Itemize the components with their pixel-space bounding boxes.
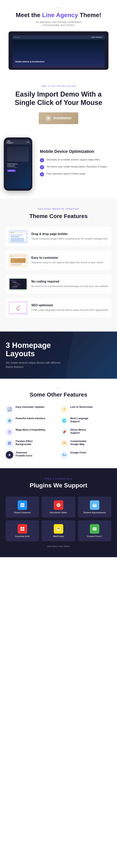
mc-label: MailChimp [53, 535, 64, 537]
other-features-divider [56, 388, 61, 389]
svg-point-15 [57, 528, 60, 529]
plugins-title: Plugins We Support [6, 482, 111, 489]
install-icon: ⚙ [45, 115, 51, 121]
other-feature-googlefonts: Aa Google Fonts [61, 451, 111, 459]
svg-rect-19 [93, 528, 96, 528]
phone-illustration: LINEAGENCY Studio Interior & Architectur… [4, 137, 36, 191]
plugin-appointments: Student Appointments [78, 497, 111, 518]
feature-img-seo: 📈 SEO [8, 301, 28, 314]
feature-customize-desc: Awesome easy-to-use options will adjust … [31, 260, 103, 265]
mobile-title: Mobile Device Optimization [40, 149, 113, 154]
googlefonts-label: Google Fonts [70, 451, 86, 454]
other-features-grid: 🔄 Easy Automatic Updates ⚡ Lots of Short… [6, 405, 111, 459]
vc-icon [18, 500, 27, 510]
auto-updates-icon: 🔄 [6, 405, 13, 413]
plugins-badge: Free & Compatible [6, 478, 111, 480]
plugins-more: and many more others [6, 545, 111, 548]
svg-rect-9 [94, 505, 95, 506]
svg-point-6 [93, 503, 94, 504]
other-feature-multilang: 🌐 Multi LanguageSupport [61, 417, 111, 425]
hero-section: Meet the Line Agency Theme! An awesome u… [0, 0, 117, 75]
svg-point-17 [59, 528, 59, 528]
feature-img-customize [8, 254, 28, 267]
other-feature-admin: ⚙️ Powerful Admin Interface [6, 417, 56, 425]
feature-img-drag [8, 230, 28, 243]
eg-icon [18, 524, 27, 534]
mobile-section: LINEAGENCY Studio Interior & Architectur… [0, 130, 117, 198]
one-click-section: One Click Installation Easily Import Dem… [0, 75, 117, 130]
feature-card-seo: 📈 SEO SEO optimized HTML code integrated… [6, 298, 111, 317]
one-click-badge: One Click Installation [6, 85, 111, 87]
mobile-feature-2: 2 The theme uses mobile friendly sliders… [40, 165, 113, 169]
mobile-feature-1-text: Absolutely all scrollable sections suppo… [46, 158, 100, 161]
cf7-icon [90, 524, 99, 534]
feature-nocoding-title: No coding required [31, 280, 108, 283]
feature-card-customize: Easy to customize Awesome easy-to-use op… [6, 251, 111, 270]
plugins-section: Free & Compatible Plugins We Support Vis… [0, 468, 117, 557]
hero-subtitle: An awesome user friendly combination of … [6, 21, 111, 27]
installation-button[interactable]: ⚙ Installation [39, 112, 78, 124]
eg-label: Essential Grid [15, 535, 30, 537]
other-feature-googlemap: 🗺 CustomizableGoogle Map [61, 440, 111, 447]
svg-rect-20 [93, 529, 95, 529]
plugins-grid: Visual Composer Revolution Slider [6, 497, 111, 541]
parallax-icon: 🖼 [6, 440, 13, 447]
mobile-feature-3-text: Fully responsive layout & Retina ready [46, 172, 85, 176]
one-click-title: Easily Import Demo With a Single Click o… [6, 90, 111, 106]
other-feature-auto-updates: 🔄 Easy Automatic Updates [6, 405, 56, 413]
install-label: Installation [53, 116, 71, 120]
core-features-title: Theme Core Features [6, 213, 111, 219]
rs-label: Revolution Slider [50, 512, 67, 514]
svg-rect-2 [21, 506, 23, 506]
mobile-feature-1: 1 Absolutely all scrollable sections sup… [40, 158, 113, 162]
megamenu-label: Mega Menu Compatibility [15, 428, 45, 432]
feature-card-nocoding: <html> <head> <title>...</title> </head>… [6, 275, 111, 293]
feature-img-nocoding: <html> <head> <title>...</title> </head>… [8, 277, 28, 291]
other-features-title: Some Other Features [6, 392, 111, 398]
laptop-text-main: Studio Interior & Architecture [15, 60, 44, 63]
sticky-label: Sticky MenusSupport [70, 428, 86, 435]
other-features-section: Some Other Features 🔄 Easy Automatic Upd… [0, 379, 117, 468]
googlemap-icon: 🗺 [61, 440, 68, 447]
svg-rect-8 [93, 505, 94, 506]
feature-drag-desc: Visual Composer plugin offers amazing to… [31, 237, 108, 241]
mc-icon [54, 524, 63, 534]
auto-updates-label: Easy Automatic Updates [15, 405, 44, 409]
other-feature-fontello: ★ AwesomeFontello Icons [6, 451, 56, 459]
layouts-title: 3 Homepage Layouts [6, 341, 111, 358]
svg-point-7 [95, 503, 96, 504]
shortcodes-icon: ⚡ [61, 405, 68, 413]
feature-card-drag: Drag & drop page builder Visual Composer… [6, 227, 111, 246]
feature-drag-title: Drag & drop page builder [31, 232, 108, 236]
other-feature-sticky: 📌 Sticky MenusSupport [61, 428, 111, 436]
core-features-section: For Easy Website Creation Theme Core Fea… [0, 198, 117, 332]
vc-label: Visual Composer [14, 512, 31, 514]
svg-rect-21 [93, 530, 94, 530]
hero-divider [56, 8, 61, 8]
plugin-mailchimp: MailChimp [42, 520, 75, 541]
fontello-icon: ★ [6, 451, 13, 459]
sa-label: Student Appointments [84, 512, 106, 514]
other-feature-parallax: 🖼 Parallax EffectBackgrounds [6, 440, 56, 447]
homepage-layouts-section: 3 Homepage Layouts We create several uni… [0, 332, 117, 379]
feature-seo-desc: HTML code integrated into the theme meet… [31, 308, 109, 312]
sticky-icon: 📌 [61, 428, 68, 436]
mobile-features-content: Mobile Device Optimization 1 Absolutely … [40, 149, 113, 179]
rs-icon [54, 500, 63, 510]
plugin-visual-composer: Visual Composer [6, 497, 39, 518]
admin-icon: ⚙️ [6, 417, 13, 425]
hero-laptop: LINE AGENCY Studio Interior & Architectu… [8, 31, 109, 70]
feature-customize-title: Easy to customize [31, 256, 103, 259]
multilang-label: Multi LanguageSupport [70, 417, 88, 423]
plugin-revolution-slider: Revolution Slider [42, 497, 75, 518]
feature-nocoding-desc: No need to be a professional web develop… [31, 284, 108, 288]
fontello-label: AwesomeFontello Icons [15, 451, 32, 458]
admin-label: Powerful Admin Interface [15, 417, 45, 420]
svg-rect-11 [23, 527, 24, 529]
svg-rect-12 [21, 529, 22, 531]
core-features-badge: For Easy Website Creation [6, 208, 111, 210]
mobile-feature-3: 3 Fully responsive layout & Retina ready [40, 172, 113, 177]
feature-seo-title: SEO optimized [31, 304, 109, 307]
cf7-label: Contact Form 7 [87, 535, 102, 537]
multilang-icon: 🌐 [61, 417, 68, 425]
